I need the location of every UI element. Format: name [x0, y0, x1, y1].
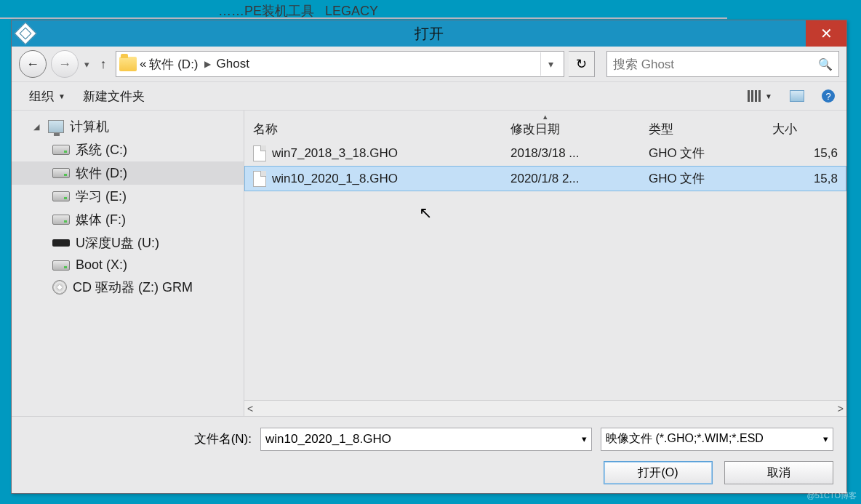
arrow-right-icon: →	[58, 57, 71, 72]
file-rows[interactable]: win7_2018_3_18.GHO2018/3/18 ...GHO 文件15,…	[244, 140, 846, 400]
app-icon	[14, 22, 36, 44]
filename-row: 文件名(N): win10_2020_1_8.GHO ▾ 映像文件 (*.GHO…	[12, 416, 846, 461]
tree-caret-icon[interactable]: ◢	[33, 122, 42, 132]
file-type: GHO 文件	[649, 145, 772, 161]
tree-node-drive[interactable]: U深度U盘 (U:)	[12, 231, 244, 255]
arrow-up-icon: ↑	[100, 57, 107, 72]
tree-node-drive[interactable]: 媒体 (F:)	[12, 208, 244, 231]
file-row[interactable]: win10_2020_1_8.GHO2020/1/8 2...GHO 文件15,…	[244, 166, 846, 191]
column-type[interactable]: 类型	[649, 121, 772, 137]
new-folder-button[interactable]: 新建文件夹	[83, 88, 145, 105]
column-headers[interactable]: 名称 修改日期 类型 大小	[244, 118, 846, 140]
tree-label: CD 驱动器 (Z:) GRM	[73, 279, 193, 296]
filename-label: 文件名(N):	[12, 431, 252, 447]
back-button[interactable]: ←	[19, 50, 47, 78]
scroll-left-icon[interactable]: <	[247, 403, 253, 415]
tree-node-drive[interactable]: CD 驱动器 (Z:) GRM	[12, 276, 244, 299]
cancel-button[interactable]: 取消	[724, 461, 833, 484]
tree-node-drive[interactable]: Boot (X:)	[12, 255, 244, 276]
file-icon	[253, 145, 266, 161]
file-date: 2018/3/18 ...	[510, 146, 649, 161]
drive-icon	[52, 191, 70, 201]
open-file-dialog: 打开 ✕ ← → ▾ ↑ « 软件 (D:) ▶ Ghost ▾ ↻ 搜索 Gh…	[11, 20, 847, 494]
horizontal-scrollbar[interactable]: < >	[244, 400, 846, 416]
refresh-icon: ↻	[576, 56, 587, 72]
background-window-border	[0, 17, 727, 19]
new-folder-label: 新建文件夹	[83, 88, 145, 105]
navigation-row: ← → ▾ ↑ « 软件 (D:) ▶ Ghost ▾ ↻ 搜索 Ghost 🔍	[12, 47, 846, 81]
tree-label: 媒体 (F:)	[76, 211, 126, 228]
column-name[interactable]: 名称	[253, 121, 510, 137]
history-dropdown[interactable]: ▾	[83, 59, 91, 70]
search-icon: 🔍	[818, 57, 833, 71]
scroll-right-icon[interactable]: >	[838, 403, 844, 415]
breadcrumb-dropdown[interactable]: ▾	[540, 52, 561, 76]
sort-indicator-icon: ▴	[244, 111, 846, 118]
file-size: 15,6	[772, 146, 838, 161]
usb-icon	[52, 239, 70, 247]
tree-label: 系统 (C:)	[76, 141, 127, 159]
toolbar: 组织 ▼ 新建文件夹 ▼ ?	[12, 81, 846, 111]
file-date: 2020/1/8 2...	[510, 172, 649, 186]
breadcrumb-prefix: «	[140, 57, 146, 71]
column-size[interactable]: 大小	[772, 121, 838, 137]
file-list: ▴ 名称 修改日期 类型 大小 win7_2018_3_18.GHO2018/3…	[244, 111, 846, 416]
chevron-down-icon: ▾	[823, 433, 828, 444]
tree-label: U深度U盘 (U:)	[76, 234, 159, 252]
preview-pane-button[interactable]	[790, 90, 804, 102]
filetype-dropdown[interactable]: 映像文件 (*.GHO;*.WIM;*.ESD ▾	[601, 428, 833, 451]
tree-node-drive[interactable]: 系统 (C:)	[12, 138, 244, 161]
chevron-down-icon: ▼	[58, 92, 65, 100]
navigation-tree[interactable]: ◢ 计算机 系统 (C:)软件 (D:)学习 (E:)媒体 (F:)U深度U盘 …	[12, 111, 244, 416]
chevron-right-icon: ▶	[201, 59, 214, 69]
search-placeholder: 搜索 Ghost	[613, 56, 674, 73]
search-input[interactable]: 搜索 Ghost 🔍	[606, 51, 839, 77]
tree-label: 软件 (D:)	[76, 164, 127, 182]
organize-label: 组织	[29, 88, 54, 105]
forward-button[interactable]: →	[51, 50, 79, 78]
filetype-value: 映像文件 (*.GHO;*.WIM;*.ESD	[606, 431, 764, 447]
file-name: win7_2018_3_18.GHO	[272, 146, 398, 161]
close-icon: ✕	[820, 25, 833, 42]
tree-node-drive[interactable]: 学习 (E:)	[12, 185, 244, 208]
breadcrumb-seg-2[interactable]: Ghost	[217, 57, 249, 71]
view-mode-button[interactable]: ▼	[748, 90, 772, 102]
file-size: 15,8	[772, 172, 838, 186]
drive-icon	[52, 145, 70, 155]
file-icon	[253, 171, 266, 187]
organize-button[interactable]: 组织 ▼	[29, 88, 65, 105]
cd-icon	[52, 280, 67, 295]
breadcrumb-seg-1[interactable]: 软件 (D:)	[149, 56, 198, 73]
chevron-down-icon[interactable]: ▾	[582, 433, 587, 444]
tree-label: 计算机	[70, 118, 109, 135]
breadcrumb[interactable]: « 软件 (D:) ▶ Ghost ▾	[116, 51, 564, 77]
file-row[interactable]: win7_2018_3_18.GHO2018/3/18 ...GHO 文件15,…	[244, 140, 846, 166]
file-type: GHO 文件	[649, 170, 772, 187]
drive-icon	[52, 168, 70, 178]
preview-icon	[790, 90, 804, 102]
up-button[interactable]: ↑	[95, 56, 111, 72]
drive-icon	[52, 215, 70, 225]
help-button[interactable]: ?	[822, 89, 835, 103]
arrow-left-icon: ←	[26, 57, 39, 72]
column-date[interactable]: 修改日期	[510, 121, 649, 137]
close-button[interactable]: ✕	[806, 20, 846, 47]
help-icon: ?	[822, 89, 835, 103]
refresh-button[interactable]: ↻	[569, 51, 595, 77]
list-view-icon	[748, 90, 761, 102]
computer-icon	[48, 120, 64, 133]
file-name: win10_2020_1_8.GHO	[272, 172, 398, 186]
tree-label: Boot (X:)	[76, 257, 127, 273]
dialog-body: ◢ 计算机 系统 (C:)软件 (D:)学习 (E:)媒体 (F:)U深度U盘 …	[12, 111, 846, 416]
dialog-title: 打开	[415, 24, 444, 44]
titlebar: 打开 ✕	[12, 20, 846, 47]
tree-node-drive[interactable]: 软件 (D:)	[12, 161, 244, 185]
dialog-buttons: 打开(O) 取消	[12, 461, 846, 493]
tree-node-computer[interactable]: ◢ 计算机	[12, 115, 244, 138]
open-button[interactable]: 打开(O)	[604, 461, 713, 484]
folder-icon	[119, 57, 137, 71]
drive-icon	[52, 260, 70, 271]
tree-label: 学习 (E:)	[76, 188, 127, 205]
filename-input[interactable]: win10_2020_1_8.GHO ▾	[260, 428, 592, 451]
filename-value: win10_2020_1_8.GHO	[265, 432, 391, 447]
